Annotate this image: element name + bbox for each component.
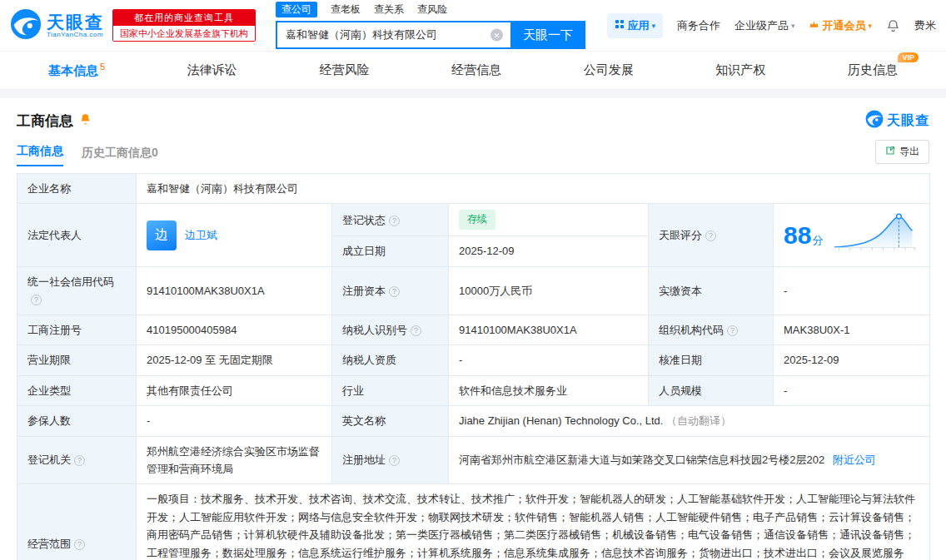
legal-rep-avatar[interactable]: 边: [147, 221, 177, 250]
field-label: 人员规模: [649, 375, 774, 405]
apps-label: 应用: [627, 18, 649, 33]
logo-title: 天眼查: [47, 12, 104, 32]
open-vip-label: 开通会员: [822, 18, 865, 33]
search-tab-relation[interactable]: 查关系: [374, 2, 404, 17]
field-label: 注册地址?: [332, 436, 449, 484]
company-type-value: 其他有限责任公司: [137, 375, 332, 405]
auto-translate-note: （自动翻译）: [666, 414, 731, 427]
help-icon[interactable]: ?: [389, 286, 400, 297]
export-button[interactable]: 导出: [875, 140, 929, 164]
field-label: 纳税人识别号?: [332, 315, 449, 344]
tianyancha-logo[interactable]: 天眼查 TianYanCha.com: [10, 8, 104, 43]
vip-crown-icon: [809, 19, 819, 32]
vip-badge: VIP: [898, 52, 919, 62]
tianyancha-small-logo-icon: [865, 110, 884, 131]
field-label: 天眼评分?: [649, 204, 774, 266]
tab-company-development[interactable]: 公司发展: [584, 62, 634, 78]
search-input[interactable]: [276, 21, 510, 49]
section-title: 工商信息: [17, 112, 73, 131]
reg-capital-value: 10000万人民币: [449, 266, 649, 315]
brand-watermark-text: 天眼查: [887, 112, 929, 130]
brand-slogan-badge: 都在用的商业查询工具 国家中小企业发展基金旗下机构: [112, 9, 256, 42]
enterprise-product-label: 企业级产品: [734, 18, 789, 33]
field-label: 登记机关?: [17, 436, 137, 484]
subtab-row: 工商信息 历史工商信息0 导出: [0, 138, 946, 166]
header-nav: 应用 ▾ 商务合作 企业级产品 ▾ 开通会员 ▾ 费米: [607, 13, 936, 38]
tab-legal-litigation[interactable]: 法律诉讼: [187, 62, 237, 78]
field-label: 注册资本?: [332, 266, 449, 315]
table-row: 工商注册号 410195000405984 纳税人识别号? 91410100MA…: [17, 315, 930, 344]
user-name[interactable]: 费米: [914, 18, 936, 33]
taxpayer-quality-value: -: [449, 345, 649, 375]
chevron-down-icon: ▾: [868, 22, 872, 30]
taxpayer-no-value: 91410100MAK38U0X1A: [449, 315, 649, 344]
monitor-bell-icon[interactable]: [79, 113, 92, 129]
nearby-companies-link[interactable]: 附近公司: [833, 453, 876, 466]
subtab-history-business-info[interactable]: 历史工商信息0: [82, 146, 158, 166]
help-icon[interactable]: ?: [31, 295, 42, 305]
table-row: 企业类型 其他有限责任公司 行业 软件和信息技术服务业 人员规模 -: [17, 375, 930, 405]
help-icon[interactable]: ?: [727, 325, 738, 336]
table-row: 经营范围? 一般项目：技术服务、技术开发、技术咨询、技术交流、技术转让、技术推广…: [17, 484, 930, 560]
help-icon[interactable]: ?: [389, 216, 400, 226]
field-label: 法定代表人: [17, 204, 137, 266]
subtab-business-info[interactable]: 工商信息: [17, 144, 63, 166]
company-name-value: 嘉和智健（河南）科技有限公司: [137, 174, 930, 204]
score-cell: 88分: [774, 204, 930, 266]
field-label: 营业期限: [17, 345, 137, 375]
tab-basic-info-label: 基本信息: [48, 63, 98, 77]
tab-operation-risk[interactable]: 经营风险: [319, 62, 369, 78]
staff-size-value: -: [774, 375, 930, 405]
address-value: 河南省郑州市航空港区新港大道与如茉路交叉口锦荣信息科技园2号楼2层202 附近公…: [449, 436, 930, 484]
clear-icon[interactable]: ✕: [490, 29, 503, 42]
tab-basic-info-count: 5: [100, 62, 105, 72]
org-code-value: MAK38U0X-1: [774, 315, 930, 344]
help-icon[interactable]: ?: [74, 539, 85, 550]
field-label: 企业类型: [17, 375, 137, 405]
field-label: 成立日期: [332, 236, 449, 267]
tab-intellectual-property[interactable]: 知识产权: [715, 62, 765, 78]
company-tabbar: 基本信息5 法律诉讼 经营风险 经营信息 公司发展 知识产权 历史信息 VIP: [0, 52, 946, 90]
field-label: 经营范围?: [17, 484, 137, 560]
field-label: 统一社会信用代码?: [17, 266, 137, 315]
legal-rep-link[interactable]: 边卫斌: [185, 226, 217, 244]
field-label: 纳税人资质: [332, 345, 449, 375]
apps-grid-icon: [615, 19, 625, 32]
help-icon[interactable]: ?: [389, 455, 400, 466]
insured-count-value: -: [137, 406, 332, 436]
search-tab-company[interactable]: 查公司: [276, 2, 317, 17]
table-row: 营业期限 2025-12-09 至 无固定期限 纳税人资质 - 核准日期 202…: [17, 345, 930, 375]
status-badge: 存续: [459, 210, 495, 230]
search-button[interactable]: 天眼一下: [510, 21, 585, 49]
table-row: 法定代表人 边 边卫斌 登记状态? 存续 天眼评分? 88分: [17, 204, 930, 236]
industry-value: 软件和信息技术服务业: [449, 375, 649, 405]
section-header: 工商信息 天眼查: [0, 98, 946, 138]
enterprise-product-menu[interactable]: 企业级产品 ▾: [734, 18, 795, 33]
chevron-down-icon: ▾: [651, 22, 655, 30]
field-label: 英文名称: [332, 406, 449, 436]
help-icon[interactable]: ?: [74, 455, 85, 466]
table-row: 企业名称 嘉和智健（河南）科技有限公司: [17, 174, 930, 204]
table-row: 统一社会信用代码? 91410100MAK38U0X1A 注册资本? 10000…: [17, 266, 930, 315]
apps-menu[interactable]: 应用 ▾: [607, 13, 663, 38]
help-icon[interactable]: ?: [411, 325, 421, 336]
field-label: 实缴资本: [649, 266, 774, 315]
field-label: 登记状态?: [332, 204, 449, 236]
top-header: 天眼查 TianYanCha.com 都在用的商业查询工具 国家中小企业发展基金…: [0, 0, 946, 52]
tab-history-info[interactable]: 历史信息 VIP: [848, 62, 898, 78]
business-cooperation-link[interactable]: 商务合作: [677, 18, 720, 33]
search-tab-boss[interactable]: 查老板: [331, 2, 361, 17]
help-icon[interactable]: ?: [705, 230, 716, 241]
approval-date-value: 2025-12-09: [774, 345, 930, 375]
reg-authority-value: 郑州航空港经济综合实验区市场监督管理和营商环境局: [137, 436, 332, 484]
tab-operation-info[interactable]: 经营信息: [451, 62, 501, 78]
table-row: 登记机关? 郑州航空港经济综合实验区市场监督管理和营商环境局 注册地址? 河南省…: [17, 436, 930, 484]
field-label: 工商注册号: [17, 315, 137, 344]
field-label: 企业名称: [17, 174, 137, 204]
export-icon: [885, 146, 895, 158]
open-vip-menu[interactable]: 开通会员 ▾: [809, 18, 872, 33]
search-tab-risk[interactable]: 查风险: [417, 2, 447, 17]
notification-bell-icon[interactable]: [886, 18, 900, 32]
brand-watermark: 天眼查: [865, 110, 929, 131]
tab-basic-info[interactable]: 基本信息5: [48, 62, 105, 79]
